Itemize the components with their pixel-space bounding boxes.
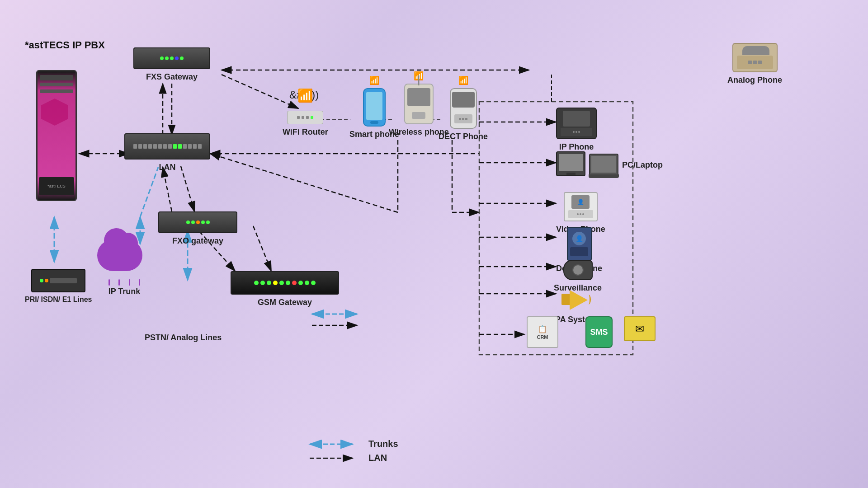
dect-phone-label: DECT Phone: [439, 131, 488, 142]
wifi-router-label: WiFi Router: [283, 127, 328, 137]
email-icon: ✉: [624, 316, 656, 341]
pc-laptop-label: PC/Laptop: [622, 160, 663, 170]
crm-icon: 📋 CRM: [527, 316, 558, 348]
ip-phone: IP Phone: [556, 108, 597, 152]
ip-trunk-cloud: IP Trunk: [97, 239, 151, 297]
ip-trunk-label: IP Trunk: [108, 286, 141, 297]
gsm-gateway-label: GSM Gateway: [258, 297, 312, 308]
analog-phone: Analog Phone: [727, 43, 782, 85]
pc-laptop: PC/Laptop: [556, 151, 663, 176]
surveillance-camera: Surveillance: [554, 260, 602, 293]
fxo-gateway-label: FXO gateway: [172, 236, 223, 246]
sms-icon: SMS: [585, 316, 613, 348]
pri-label: PRI/ ISDN/ E1 Lines: [25, 295, 92, 304]
ip-phone-label: IP Phone: [559, 142, 594, 152]
pbx-server: *astTECS: [36, 70, 77, 201]
fxs-gateway-label: FXS Gateway: [146, 72, 198, 82]
wifi-router: 📶 WiFi Router: [283, 90, 328, 137]
trunks-legend-label: Trunks: [368, 439, 398, 449]
pstn-label: PSTN/ Analog Lines: [145, 330, 222, 343]
lan-switch: LAN: [124, 133, 210, 173]
lan-legend-label: LAN: [368, 453, 387, 463]
fxs-gateway-device: FXS Gateway: [133, 47, 210, 82]
gsm-gateway-device: GSM Gateway: [231, 271, 339, 308]
fxo-gateway-device: FXO gateway: [158, 211, 237, 246]
lan-label: LAN: [159, 162, 176, 173]
pri-device: PRI/ ISDN/ E1 Lines: [25, 269, 92, 304]
legend: Trunks LAN: [307, 439, 398, 463]
title-block: *astTECS IP PBX: [25, 36, 105, 52]
dect-phone: 📶 DECT Phone: [439, 88, 488, 142]
analog-phone-label: Analog Phone: [727, 75, 782, 85]
